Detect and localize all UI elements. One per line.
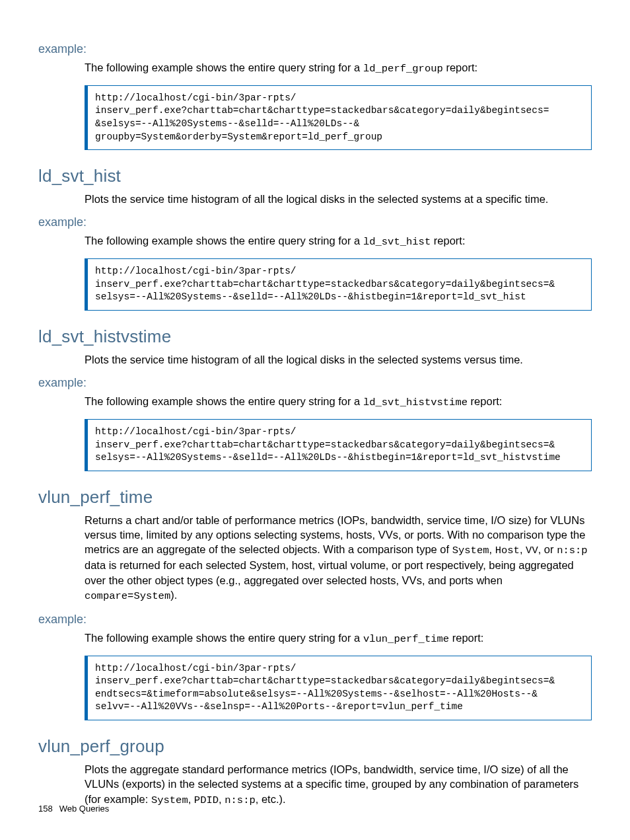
- page-number: 158: [38, 804, 53, 814]
- section-heading-vlun-perf-time: vlun_perf_time: [38, 487, 592, 508]
- intro-code: ld_svt_histvstime: [363, 397, 468, 408]
- section-desc: Returns a chart and/or table of performa…: [85, 513, 592, 603]
- section-desc: Plots the aggregate standard performance…: [85, 762, 592, 807]
- page-footer: 158Web Queries: [38, 804, 109, 814]
- intro-suffix: report:: [443, 61, 477, 73]
- inline-code: System: [452, 545, 489, 556]
- inline-code: compare=System: [85, 590, 170, 602]
- example-intro: The following example shows the entire q…: [85, 394, 592, 410]
- code-block: http://localhost/cgi-bin/3par-rpts/ inse…: [85, 656, 592, 720]
- example-intro: The following example shows the entire q…: [85, 60, 592, 76]
- inline-code: VV: [526, 545, 538, 556]
- intro-prefix: The following example shows the entire q…: [85, 632, 363, 644]
- inline-code: n:s:p: [225, 794, 256, 806]
- example-label: example:: [38, 215, 592, 229]
- section-heading-vlun-perf-group: vlun_perf_group: [38, 736, 592, 757]
- code-block: http://localhost/cgi-bin/3par-rpts/ inse…: [85, 85, 592, 150]
- example-intro: The following example shows the entire q…: [85, 233, 592, 249]
- section-desc: Plots the service time histogram of all …: [85, 192, 592, 206]
- intro-suffix: report:: [468, 395, 502, 407]
- section-desc: Plots the service time histogram of all …: [85, 352, 592, 367]
- inline-code: n:s:p: [557, 545, 588, 556]
- code-block: http://localhost/cgi-bin/3par-rpts/ inse…: [85, 258, 592, 311]
- intro-prefix: The following example shows the entire q…: [85, 235, 363, 247]
- intro-code: ld_svt_hist: [363, 236, 431, 248]
- example-label: example:: [38, 613, 592, 627]
- section-heading-ld-svt-hist: ld_svt_hist: [38, 166, 592, 186]
- inline-code: Host: [495, 545, 520, 556]
- example-label: example:: [38, 42, 592, 56]
- intro-code: vlun_perf_time: [363, 633, 449, 645]
- intro-suffix: report:: [431, 235, 465, 247]
- inline-code: System: [151, 794, 188, 806]
- example-label: example:: [38, 376, 592, 390]
- example-intro: The following example shows the entire q…: [85, 630, 592, 646]
- footer-title: Web Queries: [59, 804, 110, 814]
- intro-prefix: The following example shows the entire q…: [85, 61, 363, 73]
- intro-code: ld_perf_group: [363, 63, 443, 75]
- page-content: example: The following example shows the…: [0, 0, 630, 807]
- intro-suffix: report:: [449, 632, 483, 644]
- intro-prefix: The following example shows the entire q…: [85, 395, 363, 407]
- section-heading-ld-svt-histvstime: ld_svt_histvstime: [38, 326, 592, 347]
- inline-code: PDID: [194, 794, 219, 806]
- code-block: http://localhost/cgi-bin/3par-rpts/ inse…: [85, 419, 592, 471]
